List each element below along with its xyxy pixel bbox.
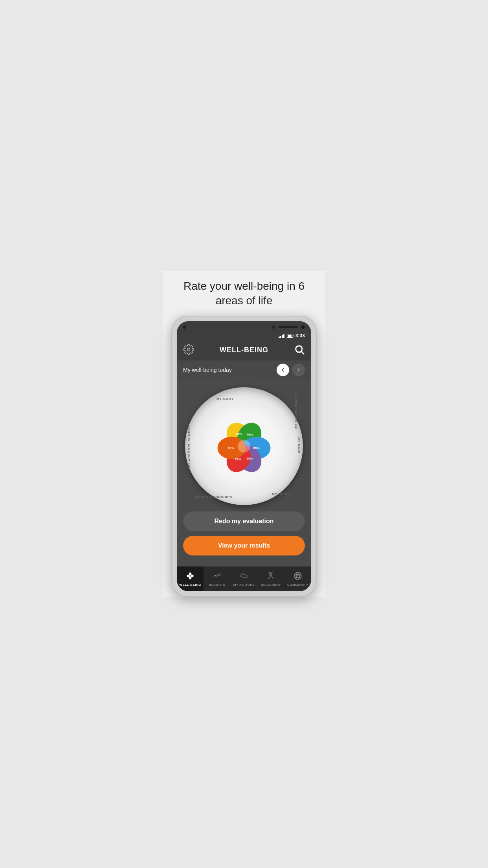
discovery-icon xyxy=(265,570,276,581)
front-camera xyxy=(301,325,305,329)
discovery-label: DISCOVERY xyxy=(261,583,281,587)
label-my-environment: MY ENVIRONMENT xyxy=(294,394,297,430)
bottom-nav-community[interactable]: COMMUNITY xyxy=(284,566,311,591)
svg-text:60%: 60% xyxy=(228,446,234,450)
app-header: WELL-BEING xyxy=(177,340,311,360)
flower-svg: 92% 75% 85% 55% 78% 60% xyxy=(209,411,279,482)
bottom-nav-wellbeing[interactable]: WELL-BEING xyxy=(177,566,204,591)
svg-line-2 xyxy=(301,351,304,354)
app-title: WELL-BEING xyxy=(220,346,268,354)
label-my-body: MY BODY xyxy=(216,394,234,401)
svg-point-21 xyxy=(270,573,272,576)
main-content: 92% 75% 85% 55% 78% 60% MY BODY MY E xyxy=(177,379,311,566)
community-label: COMMUNITY xyxy=(287,583,308,587)
signal-icon xyxy=(279,333,284,338)
battery-icon xyxy=(287,334,293,338)
nav-prev-button[interactable] xyxy=(277,364,289,376)
camera-dot-left xyxy=(183,326,186,329)
nav-next-button[interactable] xyxy=(292,364,305,376)
wellbeing-label: WELL-BEING xyxy=(179,583,201,587)
bottom-nav: WELL-BEING INSIGHTS xyxy=(177,566,311,591)
buttons-section: Redo my evaluation View your results xyxy=(183,505,305,559)
time-display: 3:33 xyxy=(295,333,305,338)
bottom-nav-myactions[interactable]: MY ACTIONS xyxy=(231,566,257,591)
label-my-relationships: MY RELATIONSHIPS xyxy=(195,493,232,500)
gear-icon[interactable] xyxy=(183,344,194,357)
phone-notch xyxy=(177,321,311,331)
myactions-icon xyxy=(238,570,250,581)
community-icon xyxy=(292,570,303,581)
svg-text:92%: 92% xyxy=(235,432,242,436)
label-my-mind: MY MIND xyxy=(297,437,301,455)
phone-inner: 3:33 WELL-BEING xyxy=(177,321,311,591)
bottom-nav-insights[interactable]: INSIGHTS xyxy=(204,566,230,591)
phone-frame: 3:33 WELL-BEING xyxy=(171,316,317,597)
myactions-label: MY ACTIONS xyxy=(233,583,255,587)
svg-line-24 xyxy=(272,572,272,573)
flower-background: 92% 75% 85% 55% 78% 60% MY BODY MY E xyxy=(185,387,303,505)
svg-point-20 xyxy=(189,575,191,577)
nav-arrows xyxy=(277,364,305,376)
svg-point-9 xyxy=(238,440,250,452)
bottom-nav-discovery[interactable]: DISCOVERY xyxy=(257,566,284,591)
insights-label: INSIGHTS xyxy=(209,583,226,587)
wellbeing-icon xyxy=(185,570,196,581)
camera-dot-center xyxy=(272,326,275,329)
svg-line-23 xyxy=(269,572,270,573)
speaker xyxy=(278,326,298,328)
view-results-button[interactable]: View your results xyxy=(183,536,305,555)
page-wrapper: Rate your well-being in 6 areas of life xyxy=(163,271,325,597)
page-header-text: Rate your well-being in 6 areas of life xyxy=(163,279,325,308)
insights-icon xyxy=(212,570,223,581)
status-bar: 3:33 xyxy=(177,331,311,340)
redo-evaluation-button[interactable]: Redo my evaluation xyxy=(183,511,305,531)
svg-text:85%: 85% xyxy=(253,446,259,450)
nav-label: My well-being today xyxy=(183,367,232,373)
svg-point-1 xyxy=(296,346,302,352)
nav-bar: My well-being today xyxy=(177,360,311,379)
svg-point-0 xyxy=(187,348,190,351)
svg-text:75%: 75% xyxy=(246,433,253,436)
label-my-accomplishments: MY ACCOMPLISHMENTS xyxy=(187,423,191,469)
svg-text:78%: 78% xyxy=(235,458,241,461)
status-icons xyxy=(279,333,293,338)
flower-chart: 92% 75% 85% 55% 78% 60% MY BODY MY E xyxy=(185,387,303,505)
search-icon[interactable] xyxy=(294,344,305,357)
svg-text:55%: 55% xyxy=(246,457,253,460)
label-my-spirit: MY SPIRIT xyxy=(272,489,291,497)
